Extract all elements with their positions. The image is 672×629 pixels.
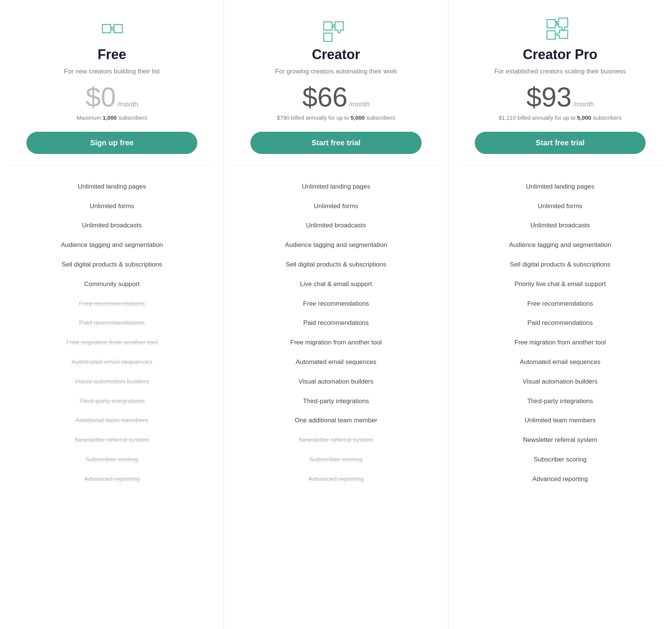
feature-item-free-1: Unlimited forms xyxy=(11,196,212,216)
price-amount-creator-pro: $93 xyxy=(526,84,571,111)
feature-item-creator-pro-10: Visual automation builders xyxy=(460,372,661,391)
feature-item-creator-0: Unlimited landing pages xyxy=(235,177,436,196)
feature-item-creator-2: Unlimited broadcasts xyxy=(235,216,436,235)
feature-item-creator-3: Audience tagging and segmentation xyxy=(235,235,436,255)
feature-item-creator-15: Advanced reporting xyxy=(235,469,436,489)
price-period-creator: /month xyxy=(349,101,370,108)
cta-button-creator-pro[interactable]: Start free trial xyxy=(475,132,646,154)
feature-item-free-3: Audience tagging and segmentation xyxy=(11,235,212,255)
feature-item-creator-14: Subscriber scoring xyxy=(235,450,436,469)
plan-name-creator-pro: Creator Pro xyxy=(523,47,597,62)
feature-item-creator-pro-8: Free migration from another tool xyxy=(460,333,661,352)
feature-item-creator-pro-14: Subscriber scoring xyxy=(460,450,661,469)
puzzle-icon-creator xyxy=(321,15,351,47)
plan-column-creator: CreatorFor growing creators automating t… xyxy=(224,0,448,629)
feature-item-free-4: Sell digital products & subscriptions xyxy=(11,255,212,274)
feature-item-free-15: Advanced reporting xyxy=(11,469,212,489)
feature-item-creator-6: Free recommendations xyxy=(235,294,436,314)
plan-header-creator-pro: Creator ProFor established creators scal… xyxy=(460,15,661,166)
plan-header-free: FreeFor new creators building their list… xyxy=(11,15,212,166)
feature-item-free-13: Newsletter referral system xyxy=(11,430,212,450)
feature-item-creator-pro-3: Audience tagging and segmentation xyxy=(460,235,661,255)
feature-item-creator-pro-7: Paid recommendations xyxy=(460,313,661,333)
price-note-creator: $790 billed annually for up to 5,000 sub… xyxy=(277,114,395,123)
feature-item-creator-7: Paid recommendations xyxy=(235,313,436,333)
price-amount-creator: $66 xyxy=(302,84,347,111)
plan-column-free: FreeFor new creators building their list… xyxy=(0,0,224,629)
feature-item-free-6: Free recommendations xyxy=(11,294,212,314)
feature-item-creator-pro-6: Free recommendations xyxy=(460,294,661,314)
price-note-creator-pro: $1,110 billed annually for up to 5,000 s… xyxy=(498,114,622,123)
puzzle-icon-free xyxy=(97,15,127,47)
feature-item-free-0: Unlimited landing pages xyxy=(11,177,212,196)
feature-item-creator-8: Free migration from another tool xyxy=(235,333,436,352)
plan-header-creator: CreatorFor growing creators automating t… xyxy=(235,15,436,166)
feature-item-creator-pro-1: Unlimited forms xyxy=(460,196,661,216)
feature-item-free-14: Subscriber scoring xyxy=(11,450,212,469)
feature-item-creator-12: One additional team member xyxy=(235,411,436,430)
feature-item-free-5: Community support xyxy=(11,274,212,294)
price-note-free: Maximum 1,000 subscribers xyxy=(76,114,147,123)
plan-name-creator: Creator xyxy=(312,47,360,62)
plan-tagline-free: For new creators building their list xyxy=(64,67,160,76)
feature-item-creator-pro-11: Third-party integrations xyxy=(460,391,661,411)
feature-item-creator-pro-15: Advanced reporting xyxy=(460,469,661,489)
plan-name-free: Free xyxy=(98,47,126,62)
cta-button-free[interactable]: Sign up free xyxy=(26,132,197,154)
price-period-creator-pro: /month xyxy=(573,101,594,108)
feature-item-creator-1: Unlimited forms xyxy=(235,196,436,216)
plan-price-creator: $66/month xyxy=(302,84,370,111)
feature-item-creator-pro-4: Sell digital products & subscriptions xyxy=(460,255,661,274)
feature-item-creator-pro-13: Newsletter referral system xyxy=(460,430,661,450)
plan-column-creator-pro: Creator ProFor established creators scal… xyxy=(448,0,672,629)
feature-item-creator-11: Third-party integrations xyxy=(235,391,436,411)
feature-item-creator-pro-0: Unlimited landing pages xyxy=(460,177,661,196)
feature-item-creator-10: Visual automation builders xyxy=(235,372,436,391)
plan-features-creator: Unlimited landing pagesUnlimited formsUn… xyxy=(235,166,436,489)
feature-item-creator-9: Automated email sequences xyxy=(235,352,436,372)
puzzle-icon-creator-pro xyxy=(545,15,575,47)
feature-item-creator-5: Live chat & email support xyxy=(235,274,436,294)
feature-item-free-8: Free migration from another tool xyxy=(11,333,212,352)
plan-features-creator-pro: Unlimited landing pagesUnlimited formsUn… xyxy=(460,166,661,489)
feature-item-creator-pro-9: Automated email sequences xyxy=(460,352,661,372)
feature-item-free-2: Unlimited broadcasts xyxy=(11,216,212,235)
feature-item-creator-pro-12: Unlimited team members xyxy=(460,411,661,430)
pricing-table: FreeFor new creators building their list… xyxy=(0,0,672,629)
feature-item-free-9: Automated email sequences xyxy=(11,352,212,372)
feature-item-free-12: Additional team members xyxy=(11,411,212,430)
plan-features-free: Unlimited landing pagesUnlimited formsUn… xyxy=(11,166,212,489)
feature-item-creator-4: Sell digital products & subscriptions xyxy=(235,255,436,274)
feature-item-free-7: Paid recommendations xyxy=(11,313,212,333)
plan-tagline-creator-pro: For established creators scaling their b… xyxy=(494,67,626,76)
plan-price-free: $0/month xyxy=(86,84,138,111)
feature-item-creator-13: Newsletter referral system xyxy=(235,430,436,450)
cta-button-creator[interactable]: Start free trial xyxy=(250,132,421,154)
plan-tagline-creator: For growing creators automating their wo… xyxy=(275,67,397,76)
feature-item-creator-pro-2: Unlimited broadcasts xyxy=(460,216,661,235)
plan-price-creator-pro: $93/month xyxy=(526,84,594,111)
feature-item-free-10: Visual automation builders xyxy=(11,372,212,391)
feature-item-creator-pro-5: Priority live chat & email support xyxy=(460,274,661,294)
feature-item-free-11: Third-party integrations xyxy=(11,391,212,411)
price-period-free: /month xyxy=(117,101,138,108)
price-amount-free: $0 xyxy=(86,84,116,111)
